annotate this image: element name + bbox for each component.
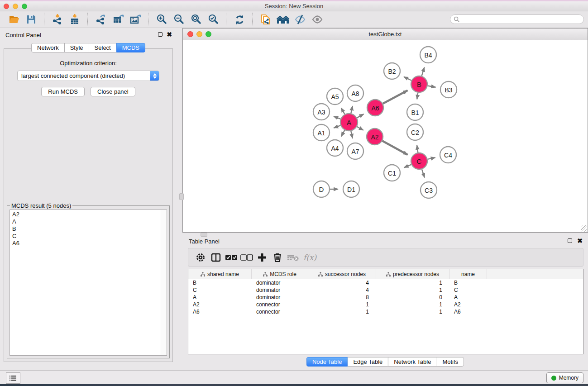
edge-A-A7[interactable] (351, 131, 353, 138)
graph-node-C4[interactable]: C4 (440, 147, 456, 163)
edge-B-B4[interactable] (422, 67, 425, 76)
zoom-out-icon[interactable] (172, 13, 186, 26)
tab-motifs[interactable]: Motifs (436, 357, 464, 367)
graph-node-A1[interactable]: A1 (313, 124, 330, 141)
graph-node-A2[interactable]: A2 (367, 129, 383, 145)
table-row[interactable]: Cdominator41C (188, 286, 583, 294)
graph-node-D[interactable]: D (313, 181, 330, 197)
search-input[interactable] (460, 15, 583, 24)
zoom-fit-icon[interactable] (189, 13, 203, 26)
zoom-in-icon[interactable] (155, 13, 168, 26)
export-network-icon[interactable] (94, 13, 108, 26)
edge-C-C1[interactable] (404, 165, 411, 168)
table-row[interactable]: Bdominator41B (188, 279, 583, 286)
graph-node-A6[interactable]: A6 (367, 100, 383, 116)
table-row[interactable]: A2connector11A2 (188, 301, 583, 308)
table-row[interactable]: A6connector11A6 (188, 308, 583, 315)
graph-node-C1[interactable]: C1 (384, 165, 400, 181)
tab-edge-table[interactable]: Edge Table (347, 357, 388, 367)
edge-B-B3[interactable] (428, 86, 436, 87)
tab-style[interactable]: Style (64, 43, 89, 52)
edge-B-B2[interactable] (404, 77, 411, 81)
import-table-icon[interactable] (68, 13, 81, 26)
edge-A-A1[interactable] (334, 125, 340, 128)
column-header-name[interactable]: name (449, 269, 487, 279)
mcds-result-item[interactable]: A2 (12, 211, 167, 218)
search-field[interactable] (450, 14, 584, 24)
mcds-result-item[interactable]: C (12, 233, 167, 240)
graph-node-A[interactable]: A (340, 114, 358, 131)
tab-mcds[interactable]: MCDS (116, 43, 145, 52)
mcds-result-item[interactable]: A (12, 218, 167, 225)
network-window-titlebar[interactable]: testGlobe.txt (183, 29, 588, 40)
graph-node-A5[interactable]: A5 (327, 88, 343, 105)
node-table[interactable]: shared nameMCDS rolesuccessor nodesprede… (188, 269, 583, 354)
gear-icon[interactable] (193, 251, 208, 264)
edge-A-A5[interactable] (341, 108, 345, 114)
show-all-icon[interactable] (311, 13, 324, 26)
graph-node-B[interactable]: B (411, 76, 427, 92)
criterion-dropdown[interactable]: largest connected component (directed) (17, 71, 159, 81)
graph-node-B2[interactable]: B2 (384, 63, 400, 79)
table-row[interactable]: Adominator80A (188, 294, 583, 301)
tab-node-table[interactable]: Node Table (306, 357, 348, 367)
graph-node-D1[interactable]: D1 (343, 181, 359, 197)
graph-node-A7[interactable]: A7 (347, 143, 363, 159)
graph-node-B1[interactable]: B1 (407, 104, 423, 120)
first-neighbors-icon[interactable] (276, 13, 290, 26)
graph-node-A3[interactable]: A3 (313, 104, 330, 120)
deselect-all-icon[interactable] (239, 251, 254, 264)
new-network-from-selection-icon[interactable] (259, 13, 272, 26)
graph-node-A8[interactable]: A8 (347, 85, 363, 101)
task-history-button[interactable] (6, 372, 20, 384)
graph-node-A4[interactable]: A4 (327, 140, 343, 156)
close-panel-button[interactable]: Close panel (91, 87, 135, 96)
column-header-successor-nodes[interactable]: successor nodes (308, 269, 376, 279)
mcds-result-item[interactable]: A6 (12, 240, 167, 247)
memory-button[interactable]: Memory (546, 372, 583, 383)
resize-grip-icon[interactable] (581, 225, 587, 232)
import-network-icon[interactable] (51, 13, 64, 26)
select-all-icon[interactable] (224, 251, 239, 264)
edge-C-C4[interactable] (428, 157, 435, 159)
tab-network-table[interactable]: Network Table (388, 357, 437, 367)
edge-A-A2[interactable] (357, 127, 363, 130)
column-header-MCDS-role[interactable]: MCDS role (252, 269, 308, 279)
add-icon[interactable] (254, 251, 270, 264)
graph-node-C3[interactable]: C3 (421, 182, 437, 198)
hide-selected-icon[interactable] (293, 13, 307, 26)
mcds-result-item[interactable]: B (12, 225, 167, 233)
close-panel-icon[interactable]: ✖ (167, 32, 172, 37)
edge-A6-B[interactable] (383, 91, 408, 104)
edge-C-C3[interactable] (422, 169, 425, 177)
export-image-icon[interactable] (129, 13, 142, 26)
run-mcds-button[interactable]: Run MCDS (41, 87, 85, 96)
edge-A2-C[interactable] (382, 141, 408, 155)
delete-icon[interactable] (270, 251, 285, 264)
refresh-icon[interactable] (233, 13, 246, 26)
graph-node-B4[interactable]: B4 (420, 47, 436, 63)
network-canvas[interactable]: B4B2BB3B1A5A8A6A3AA1C2A4A7A2C4CC1C3DD1 (183, 40, 588, 232)
edge-A-A4[interactable] (341, 130, 345, 137)
close-table-panel-icon[interactable]: ✖ (577, 238, 583, 243)
float-panel-icon[interactable] (158, 32, 163, 37)
edge-A-A8[interactable] (351, 106, 353, 113)
float-table-panel-icon[interactable] (568, 238, 572, 243)
scrollbar-track[interactable] (161, 210, 167, 355)
export-table-icon[interactable] (111, 13, 125, 26)
mcds-result-list[interactable]: A2ABCA6 (10, 210, 167, 356)
tab-network[interactable]: Network (31, 43, 65, 52)
edge-B-B1[interactable] (417, 93, 418, 99)
graph-node-B3[interactable]: B3 (440, 81, 457, 98)
edge-A-A6[interactable] (357, 114, 364, 118)
save-session-icon[interactable] (24, 13, 38, 26)
column-header-predecessor-nodes[interactable]: predecessor nodes (376, 269, 449, 279)
open-file-icon[interactable] (7, 13, 21, 26)
edge-A-A3[interactable] (334, 116, 340, 119)
vertical-splitter-handle[interactable] (179, 193, 184, 200)
graph-node-C2[interactable]: C2 (407, 124, 423, 140)
zoom-selected-icon[interactable] (206, 13, 220, 26)
column-header-shared-name[interactable]: shared name (188, 269, 252, 279)
graph-node-C[interactable]: C (411, 153, 427, 169)
edge-C-C2[interactable] (417, 145, 418, 152)
